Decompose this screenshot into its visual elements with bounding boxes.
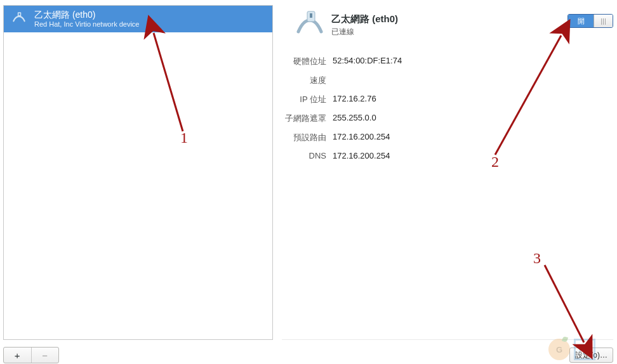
sidebar-item-eth0[interactable]: 乙太網路 (eth0) Red Hat, Inc Virtio network …	[4, 6, 272, 32]
row-hwaddr: 硬體位址 52:54:00:DF:E1:74	[282, 52, 613, 71]
connection-toggle[interactable]: 開 |||	[567, 14, 613, 28]
label-dns: DNS	[282, 151, 326, 160]
connection-details: 乙太網路 (eth0) 已連線 開 ||| 硬體位址 52:54:00:DF:E…	[282, 5, 613, 340]
row-dns: DNS 172.16.200.254	[282, 147, 613, 164]
svg-rect-1	[18, 13, 20, 15]
label-gateway: 預設路由	[282, 132, 326, 143]
details-header: 乙太網路 (eth0) 已連線 開 |||	[282, 5, 613, 46]
sidebar-actions: + −	[3, 347, 59, 363]
annotation-number-1: 1	[180, 129, 188, 146]
label-hwaddr: 硬體位址	[282, 56, 326, 67]
label-netmask: 子網路遮罩	[282, 113, 326, 124]
value-ip: 172.16.2.76	[333, 94, 376, 105]
svg-rect-3	[310, 13, 312, 18]
details-status: 已連線	[331, 27, 398, 37]
row-netmask: 子網路遮罩 255.255.0.0	[282, 109, 613, 128]
watermark-square-icon: 甲	[574, 339, 595, 360]
value-dns: 172.16.200.254	[333, 151, 390, 160]
value-netmask: 255.255.0.0	[333, 113, 376, 124]
sidebar-item-title: 乙太網路 (eth0)	[34, 10, 139, 20]
annotation-number-3: 3	[533, 250, 541, 267]
label-ip: IP 位址	[282, 94, 326, 105]
info-table: 硬體位址 52:54:00:DF:E1:74 速度 IP 位址 172.16.2…	[282, 52, 613, 164]
network-device-list: 乙太網路 (eth0) Red Hat, Inc Virtio network …	[3, 5, 273, 340]
toggle-knob: |||	[594, 15, 613, 27]
sidebar-item-subtitle: Red Hat, Inc Virtio network device	[34, 20, 139, 29]
label-speed: 速度	[282, 75, 326, 86]
remove-connection-button[interactable]: −	[31, 348, 59, 363]
value-hwaddr: 52:54:00:DF:E1:74	[333, 56, 402, 67]
row-ip: IP 位址 172.16.2.76	[282, 90, 613, 109]
add-connection-button[interactable]: +	[4, 348, 31, 363]
ethernet-large-icon	[295, 10, 325, 41]
value-gateway: 172.16.200.254	[333, 132, 390, 143]
details-title: 乙太網路 (eth0)	[331, 13, 398, 25]
watermark: G 甲	[548, 339, 595, 360]
sidebar-item-text: 乙太網路 (eth0) Red Hat, Inc Virtio network …	[34, 10, 139, 29]
row-speed: 速度	[282, 71, 613, 90]
annotation-number-2: 2	[491, 153, 499, 171]
toggle-on-label: 開	[568, 15, 594, 27]
row-gateway: 預設路由 172.16.200.254	[282, 128, 613, 147]
ethernet-icon	[10, 10, 28, 28]
watermark-orange-icon: G	[548, 339, 570, 360]
